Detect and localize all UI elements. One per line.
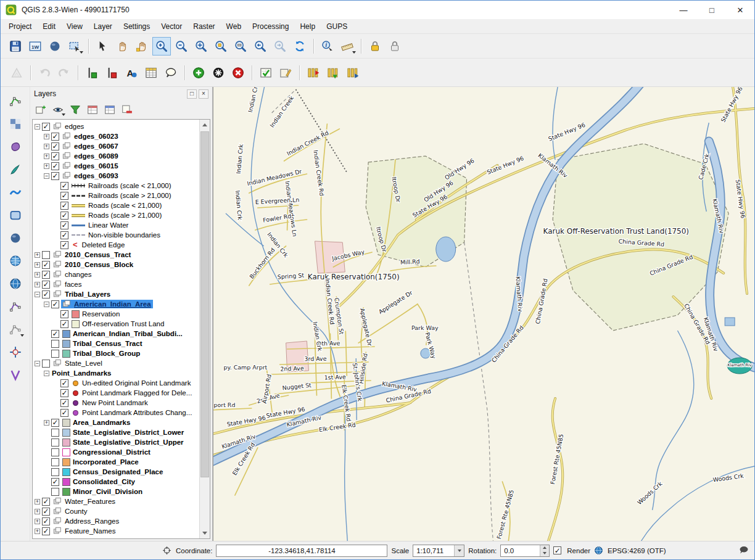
expander-minus-icon[interactable]: − [35,361,40,366]
pan-map-button[interactable] [113,37,131,56]
rotation-spinbox[interactable]: 0.0 [500,545,550,557]
collapse-all-button[interactable] [102,102,118,118]
menu-view[interactable]: View [61,20,88,33]
layer-item-census-designated-place[interactable]: Census_Designated_Place [33,467,199,477]
visibility-checkbox[interactable] [51,478,59,486]
visibility-checkbox[interactable] [42,271,50,279]
layer-item-un-edited-original-point-landmark[interactable]: Un-edited Original Point Landmark [33,378,199,388]
visibility-checkbox[interactable] [60,409,68,417]
visibility-checkbox[interactable] [60,241,68,249]
visibility-checkbox[interactable] [51,330,59,338]
layer-item-american-indian-area[interactable]: −American_Indian_Area [33,299,199,309]
visibility-checkbox[interactable] [60,320,68,328]
panel-close-button[interactable]: × [199,89,208,99]
menu-layer[interactable]: Layer [88,20,118,33]
layer-item-county[interactable]: +County [33,506,199,516]
expander-minus-icon[interactable]: − [44,302,49,307]
layer-item-area-landmarks[interactable]: +Area_Landmarks [33,418,199,427]
zoom-last-button[interactable] [251,37,270,56]
menu-web[interactable]: Web [221,20,247,33]
map-tips-button[interactable] [46,37,64,56]
layer-item-consolidated-city[interactable]: Consolidated_City [33,477,199,487]
layer-item-water-features[interactable]: +Water_Features [33,496,199,506]
layer-tree-scrollbar[interactable] [199,120,210,538]
menu-help[interactable]: Help [294,20,321,33]
sphere-tool-button[interactable] [6,229,25,247]
expander-minus-icon[interactable]: − [35,292,40,297]
layer-item-2010-census-tract[interactable]: +2010_Census_Tract [33,250,199,260]
maximize-button[interactable]: □ [698,1,726,19]
rotation-spin-buttons[interactable] [540,545,549,556]
layer-item-feature-names[interactable]: +Feature_Names [33,526,199,536]
globe-tool-button[interactable] [6,274,25,293]
coordinate-capture-icon[interactable] [162,546,172,556]
import-shapefiles-button[interactable] [304,64,323,82]
touch-zoom-button[interactable] [93,37,112,56]
manage-visibility-button[interactable] [50,102,66,118]
visibility-checkbox[interactable] [42,498,50,506]
visibility-checkbox[interactable] [51,439,59,447]
remove-layer-button[interactable] [119,102,135,118]
expander-plus-icon[interactable]: + [44,144,49,149]
expander-plus-icon[interactable]: + [35,282,40,287]
scale-combo[interactable]: 1:10,711 [413,545,464,557]
digitize-node-button[interactable] [6,92,25,110]
zoom-next-button[interactable] [271,37,289,56]
visibility-checkbox[interactable] [51,458,59,466]
messages-icon[interactable] [738,545,749,556]
visibility-checkbox[interactable] [60,212,68,220]
expand-all-button[interactable] [85,102,101,118]
delete-linear-feature-button[interactable] [102,64,121,82]
crosshair-tool-button[interactable] [6,343,25,361]
layer-item-roads-scale-21-000[interactable]: Roads (scale < 21,000) [33,200,199,210]
layer-item-changes[interactable]: +changes [33,270,199,279]
polygon-edit-button[interactable] [6,138,25,156]
layer-item-deleted-edge[interactable]: <Deleted Edge [33,240,199,250]
layer-item-address-ranges[interactable]: +Address_Ranges [33,516,199,526]
visibility-checkbox[interactable] [51,133,59,141]
vertex-tool-button[interactable] [6,297,25,316]
visibility-checkbox[interactable] [60,231,68,239]
layer-item-edges-06067[interactable]: +edges_06067 [33,141,199,151]
layer-item-state-level[interactable]: −State_Level [33,358,199,368]
visibility-checkbox[interactable] [42,360,50,368]
menu-processing[interactable]: Processing [247,20,294,33]
layer-item-state-legislative-district-upper[interactable]: State_Legislative_District_Upper [33,437,199,447]
layer-item-new-point-landmark[interactable]: New Point Landmark [33,398,199,408]
layer-item-minor-civil-division[interactable]: Minor_Civil_Division [33,487,199,496]
expander-plus-icon[interactable]: + [35,262,40,268]
layer-item-edges-06023[interactable]: +edges_06023 [33,131,199,141]
expander-plus-icon[interactable]: + [44,134,49,139]
measure-button[interactable] [338,37,357,56]
menu-raster[interactable]: Raster [188,20,220,33]
save-button[interactable] [6,37,25,56]
wave-tool-button[interactable] [6,183,25,202]
delete-point-button[interactable] [229,64,247,82]
attribute-table-button[interactable] [142,64,160,82]
visibility-checkbox[interactable] [60,202,68,210]
expander-plus-icon[interactable]: + [44,163,49,169]
zoom-full-button[interactable] [192,37,210,56]
filter-legend-button[interactable] [67,102,83,118]
add-group-button[interactable] [33,102,49,118]
menu-vector[interactable]: Vector [155,20,188,33]
dropdown-arrow-icon[interactable] [80,51,83,54]
visibility-checkbox[interactable] [60,221,68,229]
lock-scale-button[interactable] [366,37,384,56]
scale-dropdown-button[interactable] [454,545,464,556]
visibility-checkbox[interactable] [42,251,50,259]
menu-settings[interactable]: Settings [118,20,155,33]
visibility-checkbox[interactable] [51,429,59,437]
label-features-button[interactable]: A [122,64,141,82]
visibility-checkbox[interactable] [51,172,59,180]
crs-globe-icon[interactable] [594,546,604,556]
visibility-checkbox[interactable] [60,399,68,407]
map-notes-button[interactable] [162,64,180,82]
redo-button[interactable] [55,64,73,82]
expander-plus-icon[interactable]: + [35,509,40,514]
visibility-checkbox[interactable] [42,527,50,535]
visibility-checkbox[interactable] [42,261,50,269]
raster-tool-button[interactable] [6,115,25,133]
layer-item-point-landmarks[interactable]: −Point_Landmarks [33,368,199,378]
dropdown-arrow-icon[interactable] [20,334,24,337]
